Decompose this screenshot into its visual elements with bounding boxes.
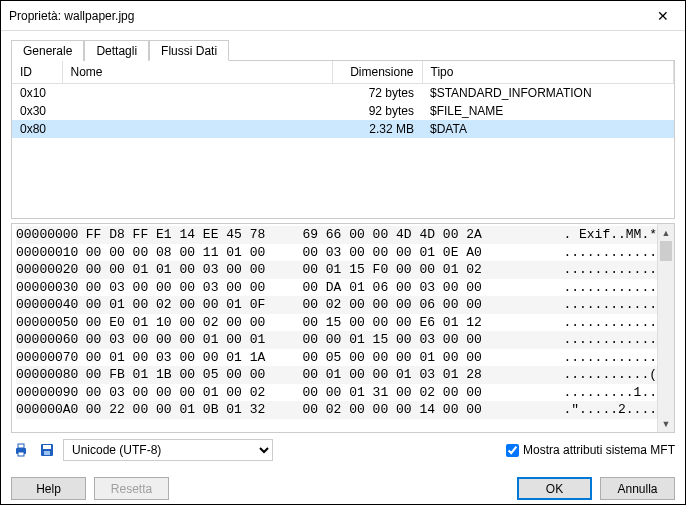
hex-bytes: 00 00 01 15 00 03 00 00 bbox=[302, 331, 524, 349]
hex-offset: 00000070 bbox=[16, 349, 86, 367]
hex-offset: 00000020 bbox=[16, 261, 86, 279]
hex-ascii: ............ bbox=[524, 331, 657, 349]
hex-ascii: ............ bbox=[524, 314, 657, 332]
tab-details[interactable]: Dettagli bbox=[84, 40, 149, 61]
hex-bytes: 00 15 00 00 00 E6 01 12 bbox=[302, 314, 524, 332]
hex-offset: 00000010 bbox=[16, 244, 86, 262]
hex-bytes: 69 66 00 00 4D 4D 00 2A bbox=[302, 226, 524, 244]
ok-button[interactable]: OK bbox=[517, 477, 592, 500]
hex-offset: 000000A0 bbox=[16, 401, 86, 419]
mft-checkbox-label: Mostra attributi sistema MFT bbox=[523, 443, 675, 457]
hex-offset: 00000050 bbox=[16, 314, 86, 332]
table-row[interactable]: 0x30 92 bytes $FILE_NAME bbox=[12, 102, 674, 120]
hex-viewer: 00000000FF D8 FF E1 14 EE 45 7869 66 00 … bbox=[12, 224, 657, 432]
hex-ascii: . Exif..MM.* bbox=[524, 226, 657, 244]
hex-ascii: .".....2.... bbox=[524, 401, 657, 419]
col-type[interactable]: Tipo bbox=[422, 61, 674, 84]
streams-table: ID Nome Dimensione Tipo 0x10 72 bytes $S… bbox=[12, 61, 674, 218]
close-button[interactable]: ✕ bbox=[640, 1, 685, 31]
table-row[interactable]: 0x10 72 bytes $STANDARD_INFORMATION bbox=[12, 84, 674, 103]
hex-bytes: 00 03 00 00 00 01 00 02 bbox=[86, 384, 303, 402]
reset-button[interactable]: Resetta bbox=[94, 477, 169, 500]
hex-ascii: ............ bbox=[524, 244, 657, 262]
hex-bytes: 00 02 00 00 00 06 00 00 bbox=[302, 296, 524, 314]
hex-bytes: 00 01 00 00 01 03 01 28 bbox=[302, 366, 524, 384]
hex-bytes: 00 E0 01 10 00 02 00 00 bbox=[86, 314, 303, 332]
svg-rect-2 bbox=[18, 452, 24, 456]
hex-offset: 00000060 bbox=[16, 331, 86, 349]
hex-offset: 00000080 bbox=[16, 366, 86, 384]
save-button[interactable] bbox=[37, 440, 57, 460]
hex-bytes: 00 00 01 01 00 03 00 00 bbox=[86, 261, 303, 279]
hex-ascii: ............ bbox=[524, 279, 657, 297]
cancel-button[interactable]: Annulla bbox=[600, 477, 675, 500]
hex-ascii: .........1.. bbox=[524, 384, 657, 402]
printer-icon bbox=[13, 442, 29, 458]
hex-ascii: ............ bbox=[524, 349, 657, 367]
scroll-down-icon[interactable]: ▼ bbox=[658, 415, 674, 432]
col-size[interactable]: Dimensione bbox=[332, 61, 422, 84]
hex-offset: 00000090 bbox=[16, 384, 86, 402]
hex-bytes: 00 01 00 03 00 00 01 1A bbox=[86, 349, 303, 367]
encoding-select[interactable]: Unicode (UTF-8) bbox=[63, 439, 273, 461]
hex-bytes: 00 00 01 31 00 02 00 00 bbox=[302, 384, 524, 402]
hex-bytes: 00 01 15 F0 00 00 01 02 bbox=[302, 261, 524, 279]
hex-bytes: 00 05 00 00 00 01 00 00 bbox=[302, 349, 524, 367]
scroll-up-icon[interactable]: ▲ bbox=[658, 224, 674, 241]
hex-bytes: 00 03 00 00 00 01 00 01 bbox=[86, 331, 303, 349]
hex-bytes: 00 03 00 00 00 01 0E A0 bbox=[302, 244, 524, 262]
mft-checkbox[interactable] bbox=[506, 444, 519, 457]
hex-offset: 00000000 bbox=[16, 226, 86, 244]
tab-streams[interactable]: Flussi Dati bbox=[149, 40, 229, 61]
scroll-thumb[interactable] bbox=[660, 241, 672, 261]
hex-bytes: 00 01 00 02 00 00 01 0F bbox=[86, 296, 303, 314]
hex-bytes: 00 00 00 08 00 11 01 00 bbox=[86, 244, 303, 262]
hex-bytes: 00 22 00 00 01 0B 01 32 bbox=[86, 401, 303, 419]
hex-ascii: ............ bbox=[524, 296, 657, 314]
hex-scrollbar[interactable]: ▲ ▼ bbox=[657, 224, 674, 432]
close-icon: ✕ bbox=[657, 8, 669, 24]
save-icon bbox=[39, 442, 55, 458]
hex-ascii: ...........( bbox=[524, 366, 657, 384]
hex-offset: 00000030 bbox=[16, 279, 86, 297]
svg-rect-5 bbox=[44, 451, 50, 455]
tab-general[interactable]: Generale bbox=[11, 40, 84, 61]
hex-bytes: FF D8 FF E1 14 EE 45 78 bbox=[86, 226, 303, 244]
col-name[interactable]: Nome bbox=[62, 61, 332, 84]
svg-rect-1 bbox=[18, 444, 24, 448]
table-row[interactable]: 0x80 2.32 MB $DATA bbox=[12, 120, 674, 138]
hex-bytes: 00 03 00 00 00 03 00 00 bbox=[86, 279, 303, 297]
hex-ascii: ............ bbox=[524, 261, 657, 279]
hex-bytes: 00 DA 01 06 00 03 00 00 bbox=[302, 279, 524, 297]
hex-bytes: 00 FB 01 1B 00 05 00 00 bbox=[86, 366, 303, 384]
hex-offset: 00000040 bbox=[16, 296, 86, 314]
help-button[interactable]: Help bbox=[11, 477, 86, 500]
mft-checkbox-wrap[interactable]: Mostra attributi sistema MFT bbox=[506, 443, 675, 457]
window-title: Proprietà: wallpaper.jpg bbox=[9, 9, 640, 23]
print-button[interactable] bbox=[11, 440, 31, 460]
hex-bytes: 00 02 00 00 00 14 00 00 bbox=[302, 401, 524, 419]
col-id[interactable]: ID bbox=[12, 61, 62, 84]
svg-rect-4 bbox=[43, 445, 51, 449]
